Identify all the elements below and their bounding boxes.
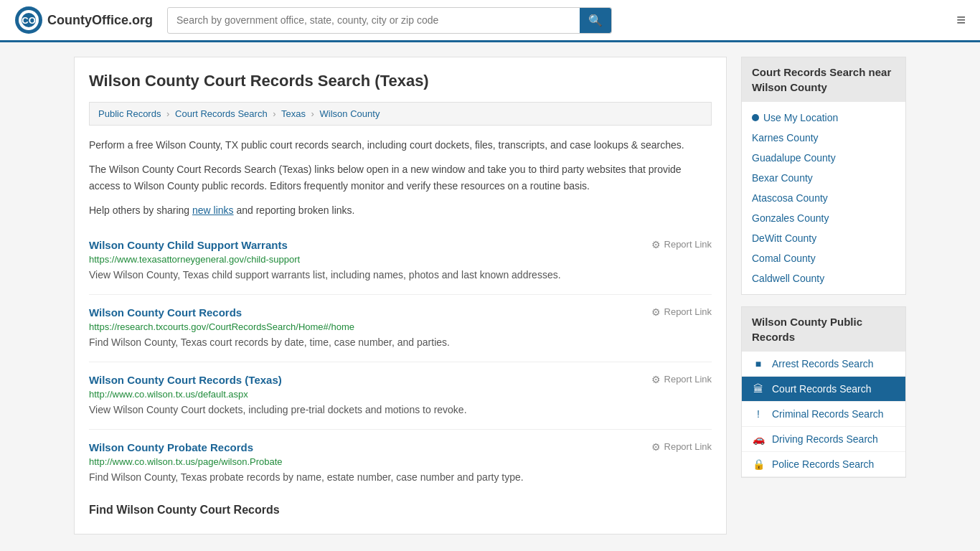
result-header: Wilson County Probate Records ⚙ Report L…	[89, 441, 712, 453]
header: CO CountyOffice.org 🔍 ≡	[0, 0, 980, 42]
nav-icon-2: !	[752, 408, 765, 420]
result-header: Wilson County Court Records (Texas) ⚙ Re…	[89, 374, 712, 386]
content-area: Wilson County Court Records Search (Texa…	[74, 57, 727, 534]
sidebar: Court Records Search near Wilson County …	[741, 57, 906, 534]
breadcrumb: Public Records › Court Records Search › …	[89, 102, 712, 126]
nearby-county-link-7[interactable]: Caldwell County	[752, 273, 824, 284]
nav-icon-3: 🚗	[752, 433, 765, 445]
nearby-county-link-1[interactable]: Guadalupe County	[752, 152, 836, 164]
nav-item-driving-records-search[interactable]: 🚗 Driving Records Search	[742, 427, 905, 452]
result-description-1: Find Wilson County, Texas court records …	[89, 335, 712, 350]
description-1: Perform a free Wilson County, TX public …	[89, 137, 712, 153]
nav-label-0: Arrest Records Search	[772, 358, 895, 369]
result-item: Wilson County Court Records (Texas) ⚙ Re…	[89, 362, 712, 430]
breadcrumb-sep-3: ›	[311, 108, 314, 119]
svg-text:CO: CO	[22, 15, 36, 26]
find-section-heading: Find Wilson County Court Records	[89, 504, 712, 517]
location-icon	[752, 114, 759, 121]
description-3: Help others by sharing new links and rep…	[89, 202, 712, 218]
nav-item-criminal-records-search[interactable]: ! Criminal Records Search	[742, 402, 905, 427]
nearby-section: Court Records Search near Wilson County …	[741, 57, 906, 295]
nav-item-court-records-search[interactable]: 🏛 Court Records Search	[742, 377, 905, 402]
result-item: Wilson County Court Records ⚙ Report Lin…	[89, 295, 712, 362]
nav-label-4: Police Records Search	[772, 458, 895, 470]
report-icon-2: ⚙	[651, 374, 661, 385]
new-links-link[interactable]: new links	[192, 204, 234, 216]
nearby-county-link-2[interactable]: Bexar County	[752, 172, 813, 184]
menu-button[interactable]: ≡	[956, 11, 966, 29]
result-url-1: https://research.txcourts.gov/CourtRecor…	[89, 321, 712, 332]
nearby-county-link-4[interactable]: Gonzales County	[752, 212, 829, 224]
nav-item-police-records-search[interactable]: 🔒 Police Records Search	[742, 452, 905, 477]
nav-icon-1: 🏛	[752, 383, 765, 395]
logo-text: CountyOffice.org	[47, 13, 153, 28]
result-item: Wilson County Probate Records ⚙ Report L…	[89, 430, 712, 496]
public-records-section: Wilson County Public Records ■ Arrest Re…	[741, 306, 906, 478]
report-label-1: Report Link	[664, 306, 712, 317]
result-title-3[interactable]: Wilson County Probate Records	[89, 441, 253, 453]
nearby-county-item: Karnes County	[742, 128, 905, 148]
logo-suffix: .org	[128, 13, 153, 27]
search-bar: 🔍	[167, 7, 612, 34]
public-records-header: Wilson County Public Records	[742, 307, 905, 352]
nearby-county-item: Gonzales County	[742, 208, 905, 228]
logo-icon: CO	[14, 6, 43, 34]
description-3-suffix: and reporting broken links.	[234, 204, 355, 216]
nearby-county-item: Comal County	[742, 248, 905, 268]
nearby-county-link-3[interactable]: Atascosa County	[752, 192, 828, 204]
search-input[interactable]	[168, 9, 580, 32]
nearby-county-link-6[interactable]: Comal County	[752, 253, 816, 264]
report-link-2[interactable]: ⚙ Report Link	[651, 374, 712, 385]
description-2: The Wilson County Court Records Search (…	[89, 161, 712, 194]
search-button[interactable]: 🔍	[580, 8, 611, 33]
nearby-county-item: Caldwell County	[742, 268, 905, 288]
report-label-0: Report Link	[664, 239, 712, 250]
result-url-2: http://www.co.wilson.tx.us/default.aspx	[89, 389, 712, 400]
results-container: Wilson County Child Support Warrants ⚙ R…	[89, 227, 712, 496]
nav-label-1: Court Records Search	[772, 383, 895, 395]
use-my-location-link[interactable]: Use My Location	[763, 112, 838, 123]
report-link-1[interactable]: ⚙ Report Link	[651, 306, 712, 318]
nav-icon-0: ■	[752, 358, 765, 369]
nav-items: ■ Arrest Records Search 🏛 Court Records …	[742, 352, 905, 477]
breadcrumb-public-records[interactable]: Public Records	[98, 108, 161, 119]
report-link-3[interactable]: ⚙ Report Link	[651, 441, 712, 453]
nearby-county-link-0[interactable]: Karnes County	[752, 132, 819, 143]
search-icon: 🔍	[588, 14, 603, 27]
breadcrumb-court-records[interactable]: Court Records Search	[175, 108, 268, 119]
breadcrumb-sep-2: ›	[273, 108, 275, 119]
description-3-prefix: Help others by sharing	[89, 204, 192, 216]
main-container: Wilson County Court Records Search (Texa…	[60, 42, 920, 549]
page-title: Wilson County Court Records Search (Texa…	[89, 72, 712, 90]
nearby-counties: Karnes CountyGuadalupe CountyBexar Count…	[742, 128, 905, 288]
nearby-county-link-5[interactable]: DeWitt County	[752, 232, 816, 244]
result-item: Wilson County Child Support Warrants ⚙ R…	[89, 227, 712, 295]
report-link-0[interactable]: ⚙ Report Link	[651, 239, 712, 250]
nav-label-2: Criminal Records Search	[772, 408, 895, 420]
report-label-2: Report Link	[664, 374, 712, 385]
logo-link[interactable]: CO CountyOffice.org	[14, 6, 153, 34]
nearby-county-item: DeWitt County	[742, 228, 905, 248]
result-description-2: View Wilson County Court dockets, includ…	[89, 402, 712, 418]
nav-label-3: Driving Records Search	[772, 433, 895, 445]
report-icon-1: ⚙	[651, 306, 661, 318]
nearby-county-item: Guadalupe County	[742, 148, 905, 168]
result-description-3: Find Wilson County, Texas probate record…	[89, 470, 712, 485]
use-my-location-item[interactable]: Use My Location	[742, 108, 905, 128]
result-title-0[interactable]: Wilson County Child Support Warrants	[89, 239, 288, 251]
result-title-1[interactable]: Wilson County Court Records	[89, 306, 242, 319]
result-description-0: View Wilson County, Texas child support …	[89, 268, 712, 283]
nav-icon-4: 🔒	[752, 458, 765, 470]
result-header: Wilson County Court Records ⚙ Report Lin…	[89, 306, 712, 319]
nearby-county-item: Atascosa County	[742, 188, 905, 208]
result-title-2[interactable]: Wilson County Court Records (Texas)	[89, 374, 282, 386]
logo-name: CountyOffice	[47, 13, 128, 27]
result-header: Wilson County Child Support Warrants ⚙ R…	[89, 239, 712, 251]
result-url-3: http://www.co.wilson.tx.us/page/wilson.P…	[89, 456, 712, 467]
nav-item-arrest-records-search[interactable]: ■ Arrest Records Search	[742, 352, 905, 377]
breadcrumb-wilson-county[interactable]: Wilson County	[320, 108, 380, 119]
nearby-list: Use My Location Karnes CountyGuadalupe C…	[742, 102, 905, 294]
report-icon-0: ⚙	[651, 239, 661, 250]
breadcrumb-texas[interactable]: Texas	[281, 108, 306, 119]
result-url-0: https://www.texasattorneygeneral.gov/chi…	[89, 254, 712, 265]
